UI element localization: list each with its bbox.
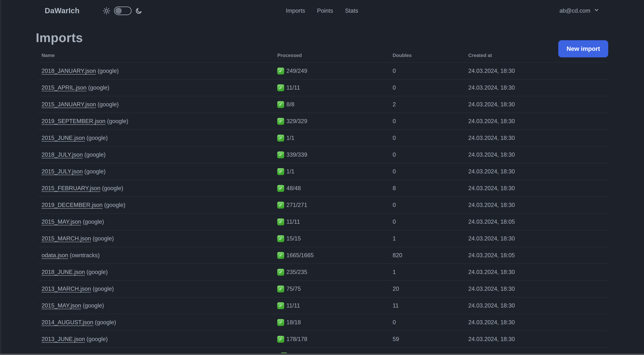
processed-count: 1665/1665 — [286, 252, 314, 259]
processed-count: 271/271 — [286, 202, 307, 208]
nav-item-imports[interactable]: Imports — [286, 7, 305, 14]
table-row: 2015_MAY.json (google) ✓ 11/11 0 24.03.2… — [38, 213, 608, 230]
import-file-link[interactable]: odata.json — [42, 252, 68, 259]
moon-icon — [135, 7, 142, 14]
doubles-cell: 2 — [389, 101, 465, 108]
import-name-cell: 2018_JUNE.json (google) — [38, 269, 274, 276]
import-file-link[interactable]: 2015_FEBRUARY.json — [42, 185, 100, 191]
processed-count: 18/18 — [286, 319, 301, 326]
import-file-link[interactable]: 2018_JULY.json — [42, 151, 83, 158]
table-row: 2013_MARCH.json (google) ✓ 75/75 20 24.0… — [38, 280, 608, 297]
import-file-link[interactable]: 2015_JANUARY.json — [42, 101, 96, 108]
table-row: odata.json (owntracks) ✓ 1665/1665 820 2… — [38, 247, 608, 264]
import-name-cell: 2015_JULY.json (google) — [38, 168, 274, 175]
created-at-cell: 24.03.2024, 18:30 — [465, 118, 608, 125]
success-check-icon: ✓ — [277, 202, 284, 209]
processed-count: 11/11 — [286, 219, 300, 225]
import-file-link[interactable]: 2015_APRIL.json — [42, 84, 86, 91]
processed-cell: ✓ 339/339 — [274, 151, 389, 158]
page-title: Imports — [36, 30, 608, 45]
doubles-cell: 0 — [389, 135, 465, 141]
theme-toggle[interactable] — [114, 6, 132, 15]
column-header-name: Name — [38, 52, 274, 58]
created-at-cell: 24.03.2024, 18:30 — [465, 84, 608, 91]
processed-cell: ✓ 271/271 — [274, 202, 389, 209]
processed-cell: ✓ 1/1 — [274, 168, 389, 175]
processed-count: 8/8 — [286, 101, 294, 108]
created-at-cell: 24.03.2024, 18:30 — [465, 319, 608, 326]
success-check-icon: ✓ — [277, 135, 284, 142]
table-row: 2018_JANUARY.json (google) ✓ 249/249 0 2… — [38, 62, 608, 79]
import-file-link[interactable]: 2019_DECEMBER.json — [42, 202, 102, 208]
success-check-icon: ✓ — [277, 252, 284, 259]
processed-count: 1/1 — [286, 168, 294, 175]
success-check-icon: ✓ — [277, 336, 284, 343]
doubles-cell: 20 — [389, 286, 465, 292]
import-file-link[interactable]: 2015_MAY.json — [42, 219, 81, 225]
import-source-label: (google) — [84, 168, 106, 175]
import-name-cell: 2018_JANUARY.json (google) — [38, 68, 274, 74]
doubles-cell: 11 — [389, 302, 465, 309]
import-name-cell: 2015_APRIL.json (google) — [38, 84, 274, 91]
processed-cell: ✓ 11/11 — [274, 84, 389, 91]
created-at-cell: 24.03.2024, 18:30 — [465, 302, 608, 309]
table-row: 2018_JUNE.json (google) ✓ 235/235 1 24.0… — [38, 264, 608, 280]
import-file-link[interactable]: 2013_JUNE.json — [42, 336, 85, 342]
table-row: 2018_JULY.json (google) ✓ 339/339 0 24.0… — [38, 146, 608, 163]
processed-count: 15/15 — [286, 235, 301, 242]
nav-item-points[interactable]: Points — [317, 7, 333, 14]
doubles-cell: 0 — [389, 151, 465, 158]
import-file-link[interactable]: 2015_JUNE.json — [42, 135, 85, 141]
doubles-cell: 1 — [389, 269, 465, 276]
created-at-cell: 24.03.2024, 18:30 — [465, 336, 608, 343]
theme-toggle-knob[interactable] — [115, 8, 122, 14]
success-check-icon: ✓ — [281, 353, 288, 353]
processed-cell: ✓ 8/8 — [274, 101, 389, 108]
processed-cell: ✓ 1665/1665 — [274, 252, 389, 259]
import-file-link[interactable]: 2014_AUGUST.json — [42, 319, 93, 326]
import-file-link[interactable]: 2015_MARCH.json — [42, 235, 91, 242]
imports-page: Imports New import Name Processed Double… — [0, 30, 644, 353]
processed-cell: ✓ 1/1 — [274, 135, 389, 142]
account-menu[interactable]: ab@cd.com — [560, 7, 599, 14]
processed-cell: ✓ 329/329 — [274, 118, 389, 125]
import-source-label: (google) — [84, 151, 106, 158]
nav-item-stats[interactable]: Stats — [345, 7, 358, 14]
created-at-cell: 24.03.2024, 18:30 — [465, 185, 608, 192]
import-source-label: (google) — [83, 302, 104, 309]
table-body: 2018_JANUARY.json (google) ✓ 249/249 0 2… — [38, 62, 608, 347]
table-row: 2015_MAY.json (google) ✓ 11/11 11 24.03.… — [38, 297, 608, 314]
created-at-cell: 24.03.2024, 18:30 — [465, 68, 608, 74]
processed-count: 339/339 — [286, 151, 307, 158]
processed-cell: ✓ 75/75 — [274, 286, 389, 292]
success-check-icon: ✓ — [277, 286, 284, 292]
processed-count: 11/11 — [286, 302, 300, 309]
created-at-cell: 24.03.2024, 18:30 — [465, 202, 608, 208]
import-file-link[interactable]: 2019_SEPTEMBER.json — [42, 118, 106, 124]
import-file-link[interactable]: 2018_JUNE.json — [42, 269, 85, 275]
import-source-label: (google) — [92, 235, 114, 242]
table-row: 2015_JUNE.json (google) ✓ 1/1 0 24.03.20… — [38, 129, 608, 146]
app-logo[interactable]: DaWarIch — [45, 6, 80, 15]
import-file-link[interactable]: 2015_JULY.json — [42, 168, 83, 175]
success-check-icon: ✓ — [277, 185, 284, 192]
processed-cell: ✓ 15/15 — [274, 235, 389, 242]
import-source-label: (google) — [88, 84, 110, 91]
import-name-cell: 2015_MAY.json (google) — [38, 219, 274, 225]
table-header-row: Name Processed Doubles Created at — [38, 48, 608, 62]
import-file-link[interactable]: 2015_MAY.json — [42, 302, 81, 309]
import-name-cell: odata.json (owntracks) — [38, 252, 274, 259]
doubles-cell: 0 — [389, 319, 465, 326]
doubles-cell: 8 — [389, 185, 465, 192]
import-file-link[interactable]: 2013_MARCH.json — [42, 286, 91, 292]
import-file-link[interactable]: 2018_JANUARY.json — [42, 68, 96, 74]
success-check-icon: ✓ — [277, 219, 284, 225]
import-name-cell: 2013_JUNE.json (google) — [38, 336, 274, 343]
table-row: 2015_JULY.json (google) ✓ 1/1 0 24.03.20… — [38, 163, 608, 180]
sun-icon — [103, 7, 110, 14]
processed-cell: ✓ 48/48 — [274, 185, 389, 192]
main-nav: Imports Points Stats — [286, 7, 358, 14]
new-import-button[interactable]: New import — [558, 40, 608, 57]
success-check-icon: ✓ — [277, 319, 284, 326]
import-source-label: (google) — [107, 118, 128, 124]
